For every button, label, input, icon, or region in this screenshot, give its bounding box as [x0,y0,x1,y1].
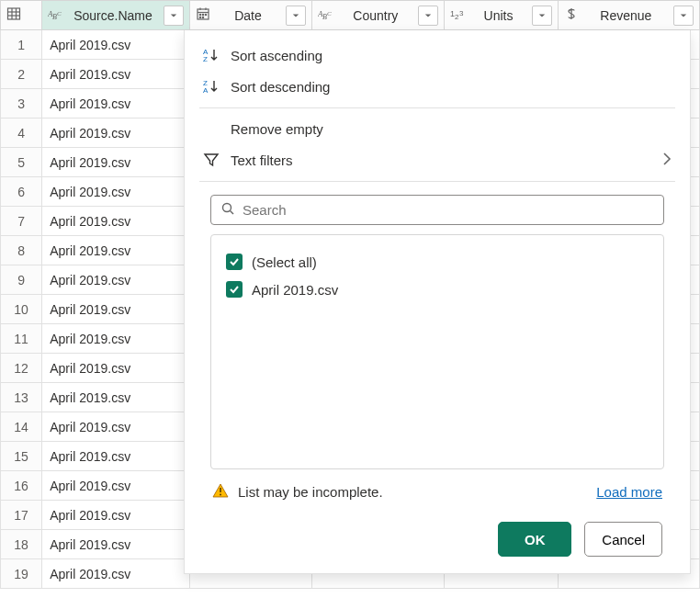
row-number-cell: 11 [1,324,42,354]
select-all-label: (Select all) [252,254,317,270]
ok-button[interactable]: OK [498,522,571,557]
source-name-cell[interactable]: April 2019.csv [42,236,189,265]
row-number-cell: 7 [1,207,42,236]
filter-dropdown-button[interactable] [418,6,438,26]
row-number-cell: 4 [1,118,42,148]
source-name-cell[interactable]: April 2019.csv [42,412,189,442]
text-filters-item[interactable]: Text filters [185,144,690,175]
svg-point-16 [202,17,203,17]
row-number-cell: 19 [1,559,42,589]
svg-point-13 [202,14,203,15]
text-type-icon: A B C [48,6,62,24]
source-name-cell[interactable]: April 2019.csv [42,177,189,207]
menu-separator [199,107,675,108]
source-name-cell[interactable]: April 2019.csv [42,501,189,530]
row-number-cell: 1 [1,30,42,60]
filter-value-row[interactable]: April 2019.csv [226,276,649,303]
row-number-cell: 10 [1,295,42,324]
column-header-units[interactable]: 1 2 3 Units [445,1,558,30]
sort-ascending-item[interactable]: A Z Sort ascending [185,39,690,71]
search-box[interactable] [210,195,664,225]
number-type-icon: 1 2 3 [450,6,465,24]
row-number-cell: 9 [1,265,42,295]
row-number-cell: 13 [1,383,42,412]
menu-separator [199,181,675,182]
filter-dropdown-button[interactable] [286,6,306,26]
row-number-cell: 17 [1,501,42,530]
column-label: Date [216,8,281,23]
svg-text:Z: Z [203,55,208,63]
source-name-cell[interactable]: April 2019.csv [42,354,189,383]
svg-text:3: 3 [459,9,464,17]
source-name-cell[interactable]: April 2019.csv [42,30,189,60]
warning-icon [212,482,229,502]
svg-point-12 [199,14,200,15]
source-name-cell[interactable]: April 2019.csv [42,60,189,89]
row-number-cell: 16 [1,471,42,501]
menu-label: Sort ascending [231,48,672,63]
source-name-cell[interactable]: April 2019.csv [42,148,189,177]
source-name-cell[interactable]: April 2019.csv [42,207,189,236]
source-name-cell[interactable]: April 2019.csv [42,324,189,354]
currency-type-icon [564,6,579,24]
svg-line-28 [231,211,234,215]
row-number-cell: 12 [1,354,42,383]
filter-dropdown-button[interactable] [164,6,184,26]
column-header-date[interactable]: Date [189,1,312,30]
svg-rect-0 [8,8,20,19]
search-icon [220,201,235,219]
text-type-icon: A B C [318,6,333,24]
column-header-source-name[interactable]: A B C Source.Name [42,1,189,30]
table-icon [6,6,21,24]
svg-point-15 [199,17,200,17]
column-header-country[interactable]: A B C Country [312,1,445,30]
row-number-header[interactable] [1,1,42,30]
sort-desc-icon: Z A [203,78,220,95]
select-all-row[interactable]: (Select all) [226,248,649,276]
source-name-cell[interactable]: April 2019.csv [42,383,189,412]
column-label: Revenue [584,8,668,23]
load-more-link[interactable]: Load more [596,484,662,500]
cancel-button[interactable]: Cancel [584,522,662,557]
source-name-cell[interactable]: April 2019.csv [42,442,189,471]
svg-text:A: A [203,86,209,95]
row-number-cell: 2 [1,60,42,89]
source-name-cell[interactable]: April 2019.csv [42,471,189,501]
checkbox-checked-icon[interactable] [226,281,243,298]
filter-dropdown-panel: A Z Sort ascending Z A Sort descending R… [184,30,691,574]
source-name-cell[interactable]: April 2019.csv [42,559,189,589]
remove-empty-item[interactable]: Remove empty [185,114,690,144]
source-name-cell[interactable]: April 2019.csv [42,295,189,324]
row-number-cell: 15 [1,442,42,471]
source-name-cell[interactable]: April 2019.csv [42,530,189,559]
source-name-cell[interactable]: April 2019.csv [42,89,189,118]
svg-text:C: C [57,10,62,17]
filter-icon [203,152,220,168]
row-number-cell: 18 [1,530,42,559]
menu-label: Remove empty [231,121,672,137]
column-label: Country [338,8,412,23]
svg-text:C: C [327,10,332,17]
row-number-cell: 8 [1,236,42,265]
incomplete-warning-text: List may be incomplete. [238,484,383,500]
checkbox-checked-icon[interactable] [226,254,243,270]
filter-values-list: (Select all) April 2019.csv [210,234,664,469]
row-number-cell: 14 [1,412,42,442]
column-label: Units [470,8,525,23]
search-input[interactable] [243,202,654,218]
source-name-cell[interactable]: April 2019.csv [42,118,189,148]
menu-label: Sort descending [231,79,672,95]
filter-dropdown-button[interactable] [673,6,694,26]
filter-dropdown-button[interactable] [532,6,552,26]
source-name-cell[interactable]: April 2019.csv [42,265,189,295]
column-header-revenue[interactable]: Revenue [558,1,699,30]
chevron-right-icon [662,152,672,168]
sort-descending-item[interactable]: Z A Sort descending [185,71,690,102]
filter-value-label: April 2019.csv [252,282,338,298]
svg-point-14 [205,14,206,15]
column-label: Source.Name [68,8,157,23]
svg-point-27 [223,204,231,212]
row-number-cell: 6 [1,177,42,207]
svg-point-30 [220,494,221,496]
menu-label: Text filters [231,152,651,168]
